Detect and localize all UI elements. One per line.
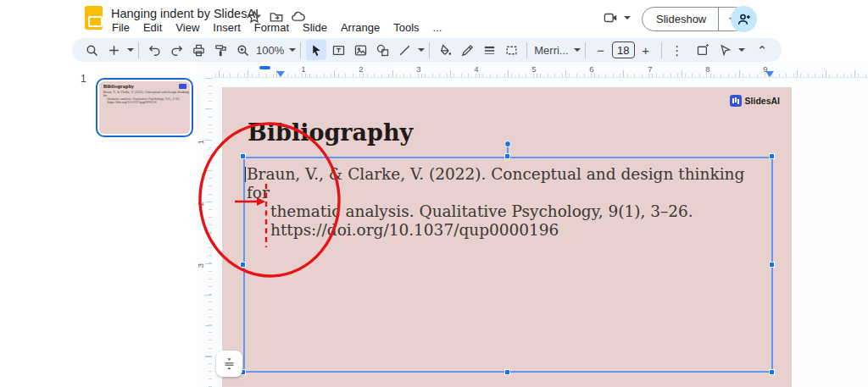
slide-number: 1 <box>81 73 86 85</box>
vertical-ruler[interactable]: 1 2 3 <box>198 78 212 387</box>
zoom-value[interactable]: 100% <box>253 44 287 57</box>
divider <box>585 42 586 58</box>
citation-line: https://doi.org/10.1037/qup0000196 <box>270 221 755 240</box>
redo-icon[interactable] <box>166 40 186 60</box>
menu-insert[interactable]: Insert <box>206 19 248 36</box>
insert-line-icon[interactable] <box>394 40 415 60</box>
slide-title[interactable]: Bibliography <box>248 119 413 146</box>
menu-edit[interactable]: Edit <box>136 19 169 36</box>
first-line-indent-marker[interactable] <box>259 66 270 69</box>
menu-view[interactable]: View <box>169 19 206 36</box>
decrease-font-size-button[interactable]: − <box>591 40 611 60</box>
ruler-label: 3 <box>415 64 422 74</box>
divider <box>429 42 430 58</box>
ruler-label: 6 <box>587 64 595 74</box>
text-cursor <box>245 167 247 182</box>
menu-file[interactable]: File <box>105 19 136 36</box>
menu-arrange[interactable]: Arrange <box>334 19 387 36</box>
citation-text[interactable]: Braun, V., & Clarke, V. (2022). Conceptu… <box>247 165 755 240</box>
resize-handle-e[interactable] <box>769 262 775 268</box>
join-meeting-button[interactable] <box>602 10 631 25</box>
thumbnail-text-line: Braun, V., & Clarke, V. (2022). Conceptu… <box>103 91 190 97</box>
resize-handle-w[interactable] <box>240 262 246 268</box>
video-camera-icon <box>602 10 620 25</box>
border-dash-icon[interactable] <box>501 40 521 60</box>
ruler-label: 3 <box>196 263 205 268</box>
filmstrip-panel: 1 Bibliography Braun, V., & Clarke, V. (… <box>72 62 197 387</box>
resize-handle-se[interactable] <box>769 369 775 375</box>
border-color-icon[interactable] <box>457 40 477 60</box>
fill-color-icon[interactable] <box>435 40 455 60</box>
collapse-menus-icon[interactable]: ⌃ <box>752 40 772 60</box>
undo-icon[interactable] <box>144 40 164 60</box>
resize-handle-n[interactable] <box>504 153 510 159</box>
increase-font-size-button[interactable]: + <box>636 40 656 60</box>
divider <box>300 42 301 58</box>
slide-thumbnail[interactable]: Bibliography Braun, V., & Clarke, V. (20… <box>96 78 193 137</box>
menu-overflow[interactable]: ... <box>426 19 449 36</box>
share-button[interactable] <box>731 6 757 32</box>
new-slide-button[interactable] <box>103 40 124 60</box>
ruler-label: 5 <box>530 64 537 74</box>
ruler-label: 7 <box>646 64 654 74</box>
font-family-select[interactable]: Merri... <box>531 44 570 57</box>
ruler-label: 2 <box>196 202 205 206</box>
person-add-icon <box>737 12 752 27</box>
rotate-handle[interactable] <box>504 141 511 147</box>
google-slides-app: Hanging indent by SlidesAI File Edit Vie… <box>0 0 868 387</box>
citation-line: thematic analysis. Qualitative Psycholog… <box>270 202 755 221</box>
pointer-tools-icon[interactable] <box>715 40 735 60</box>
divider <box>138 42 139 58</box>
set-background-icon[interactable] <box>693 40 713 60</box>
ruler-label: 1 <box>196 140 205 144</box>
font-size-input[interactable]: 18 <box>612 41 635 58</box>
slidesai-label: SlidesAI <box>745 96 780 106</box>
divider <box>526 42 527 58</box>
ruler-label: 8 <box>704 64 711 74</box>
slide-canvas[interactable]: SlidesAI Bibliography Braun, V., & Clark… <box>222 87 792 387</box>
titlebar: Hanging indent by SlidesAI File Edit Vie… <box>0 0 868 38</box>
right-indent-marker[interactable] <box>765 71 774 77</box>
toolbar: 100% Merri... − 18 + ⋮ <box>72 38 782 62</box>
search-menus-icon[interactable] <box>81 40 102 60</box>
resize-handle-s[interactable] <box>504 369 510 375</box>
font-dropdown-icon[interactable] <box>574 48 581 52</box>
slideshow-button[interactable]: Slideshow <box>643 13 718 25</box>
text-autofit-button[interactable] <box>216 351 242 377</box>
insert-shape-icon[interactable] <box>372 40 392 60</box>
slidesai-logo-icon <box>730 95 742 107</box>
paint-format-icon[interactable] <box>210 40 231 60</box>
slide-thumbnail-preview: Bibliography Braun, V., & Clarke, V. (20… <box>99 81 190 134</box>
thumbnail-text-line: https://doi.org/10.1037/qup0000196 <box>107 101 190 104</box>
pointer-tools-dropdown-icon[interactable] <box>738 48 745 52</box>
thumbnail-title: Bibliography <box>103 84 190 89</box>
border-weight-icon[interactable] <box>479 40 499 60</box>
resize-handle-ne[interactable] <box>769 153 775 159</box>
ruler-label: 4 <box>472 64 480 74</box>
document-title[interactable]: Hanging indent by SlidesAI <box>111 7 259 20</box>
divider <box>661 42 662 58</box>
line-options-icon[interactable] <box>418 48 425 52</box>
slides-logo-icon[interactable] <box>85 6 103 30</box>
slidesai-watermark: SlidesAI <box>730 95 780 107</box>
menu-tools[interactable]: Tools <box>387 19 426 36</box>
ruler-label: 1 <box>299 64 307 74</box>
line-spacing-icon <box>222 357 236 371</box>
hanging-indent-marker[interactable] <box>276 71 285 77</box>
select-tool-icon[interactable] <box>306 40 326 60</box>
print-icon[interactable] <box>188 40 209 60</box>
ruler-label: 2 <box>357 64 364 74</box>
chevron-down-icon <box>624 16 631 19</box>
resize-handle-nw[interactable] <box>240 153 246 159</box>
insert-image-icon[interactable] <box>350 40 370 60</box>
text-box-icon[interactable] <box>328 40 348 60</box>
zoom-icon[interactable] <box>232 40 253 60</box>
menu-slide[interactable]: Slide <box>296 19 334 36</box>
menu-format[interactable]: Format <box>248 19 296 36</box>
zoom-dropdown-icon[interactable] <box>289 48 296 52</box>
citation-line: Braun, V., & Clarke, V. (2022). Conceptu… <box>247 165 755 202</box>
menubar: File Edit View Insert Format Slide Arran… <box>105 19 448 36</box>
toolbar-overflow-icon[interactable]: ⋮ <box>667 40 687 60</box>
new-slide-options-icon[interactable] <box>127 48 134 52</box>
